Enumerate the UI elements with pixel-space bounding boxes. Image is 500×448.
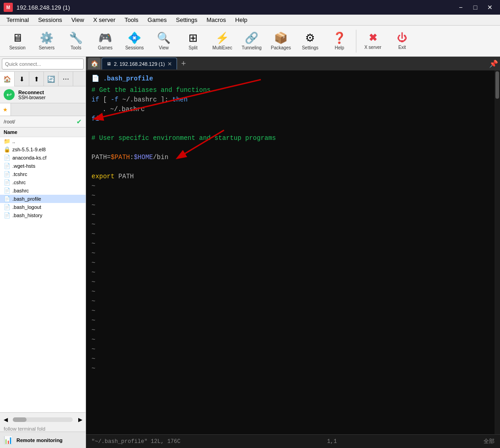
terminal-text-area[interactable]: 📄 .bash_profile # Get the aliases and fu…	[86, 70, 500, 434]
list-item-selected[interactable]: 📄 .bash_profile	[0, 195, 86, 203]
menu-xserver[interactable]: X server	[89, 16, 120, 24]
minimize-button[interactable]: −	[454, 2, 467, 12]
file-list-header: Name	[0, 128, 86, 137]
menu-sessions[interactable]: Sessions	[33, 16, 67, 24]
menu-bar: Terminal Sessions View X server Tools Ga…	[0, 15, 500, 26]
close-button[interactable]: ✕	[484, 2, 496, 12]
terminal-tilde-17: ~	[91, 335, 495, 345]
list-item[interactable]: 📄 anaconda-ks.cf	[0, 154, 86, 162]
list-item[interactable]: 📄 .tcshrc	[0, 170, 86, 178]
terminal-line-path: PATH=$PATH:$HOME/bin	[91, 153, 495, 162]
list-item[interactable]: 📄 .bash_logout	[0, 203, 86, 211]
scroll-track	[13, 417, 73, 422]
list-item[interactable]: 📄 .cshrc	[0, 178, 86, 187]
status-file-info: "~/.bash_profile" 12L, 176C	[91, 438, 180, 445]
packages-label: Packages	[271, 45, 291, 50]
tab-close-btn[interactable]: ✕	[167, 61, 172, 67]
terminal-scrollbar[interactable]	[495, 70, 500, 434]
toolbar-multiexec[interactable]: ⚡ MultiExec	[209, 28, 236, 54]
toolbar-tunneling[interactable]: 🔗 Tunneling	[238, 28, 265, 54]
reconnect-label: Reconnect	[18, 90, 45, 95]
terminal-tilde-15: ~	[91, 316, 495, 325]
sidebar-tab-more[interactable]: ⋯	[59, 72, 73, 86]
toolbar-tools[interactable]: 🔧 Tools	[62, 28, 90, 54]
file-icon: 📄	[4, 204, 11, 210]
file-icon: 📄	[4, 196, 11, 202]
menu-help[interactable]: Help	[231, 16, 252, 24]
tab-home-btn[interactable]: 🏠	[88, 58, 101, 69]
menu-macros[interactable]: Macros	[202, 16, 231, 24]
reconnect-area[interactable]: ↩ Reconnect SSH-browser	[0, 86, 86, 103]
multiexec-icon: ⚡	[215, 32, 229, 44]
quick-connect-area	[0, 57, 86, 72]
file-list: Name 📁 .. 🔒 zsh-5.5.1-9.el8 📄 anaconda-k…	[0, 128, 86, 412]
terminal-status-bar: "~/.bash_profile" 12L, 176C 1,1 全部	[86, 434, 500, 448]
toolbar-exit[interactable]: ⏻ Exit	[388, 28, 416, 54]
bracket-close: ];	[161, 96, 172, 103]
home-var: $HOME	[134, 154, 153, 161]
status-mode: 全部	[484, 437, 495, 445]
rpm-icon: 🔒	[4, 146, 11, 153]
toolbar-split[interactable]: ⊞ Split	[179, 28, 207, 54]
monitor-icon: 📊	[4, 436, 13, 444]
sidebar-tab-star[interactable]: ★	[0, 103, 11, 116]
sidebar-path-bar: /root/ ✔	[0, 116, 86, 128]
file-item-name: .bashrc	[12, 188, 82, 193]
terminal-tilde-4: ~	[91, 210, 495, 220]
reconnect-labels: Reconnect SSH-browser	[18, 90, 45, 100]
bin-path: /bin	[153, 154, 168, 161]
terminal-line-empty	[91, 124, 495, 133]
reconnect-icon: ↩	[4, 89, 15, 100]
monitor-label: Remote monitoring	[16, 437, 63, 443]
file-item-name: .tcshrc	[12, 171, 82, 177]
menu-games[interactable]: Games	[143, 16, 172, 24]
scroll-right-btn[interactable]: ▶	[75, 414, 86, 425]
sidebar-tab-up[interactable]: ⬆	[29, 72, 44, 86]
view-icon: 🔍	[157, 32, 171, 44]
remote-monitoring-btn[interactable]: 📊 Remote monitoring	[0, 432, 86, 448]
file-item-name: ..	[12, 139, 82, 144]
toolbar-settings[interactable]: ⚙ Settings	[296, 28, 324, 54]
list-item[interactable]: 🔒 zsh-5.5.1-9.el8	[0, 145, 86, 154]
toolbar-servers[interactable]: ⚙️ Servers	[33, 28, 60, 54]
path-var-name: PATH=	[91, 154, 111, 161]
keyword-fi: fi	[91, 115, 99, 123]
menu-terminal[interactable]: Terminal	[2, 16, 33, 24]
add-tab-btn[interactable]: +	[178, 58, 189, 69]
maximize-button[interactable]: □	[469, 2, 482, 12]
terminal-line-fi: fi	[91, 114, 495, 124]
menu-tools[interactable]: Tools	[120, 16, 143, 24]
file-item-name: .wget-hsts	[12, 163, 82, 169]
toolbar-packages[interactable]: 📦 Packages	[267, 28, 295, 54]
file-icon: 📄	[4, 163, 11, 169]
toolbar-view[interactable]: 🔍 View	[150, 28, 177, 54]
sessions2-label: Sessions	[125, 45, 144, 50]
list-item[interactable]: 📄 .bash_history	[0, 211, 86, 219]
list-item[interactable]: 📄 .bashrc	[0, 187, 86, 195]
toolbar-sessions2[interactable]: 💠 Sessions	[121, 28, 148, 54]
sidebar-tab-home[interactable]: 🏠	[0, 72, 15, 86]
list-item[interactable]: 📁 ..	[0, 137, 86, 145]
toolbar-help[interactable]: ❓ Help	[326, 28, 353, 54]
quick-connect-input[interactable]	[2, 59, 84, 69]
sessions2-icon: 💠	[128, 32, 141, 44]
sidebar-tab-down[interactable]: ⬇	[15, 72, 29, 86]
file-item-name: .bash_history	[12, 213, 82, 218]
toolbar-xserver[interactable]: ✖ X server	[359, 28, 387, 54]
scroll-left-btn[interactable]: ◀	[0, 414, 11, 425]
toolbar-games[interactable]: 🎮 Games	[91, 28, 119, 54]
tab-main[interactable]: 🖥 2. 192.168.248.129 (1) ✕	[102, 58, 177, 69]
sidebar-tab-refresh[interactable]: 🔄	[44, 72, 59, 86]
sidebar-file-tabs: ★	[0, 103, 86, 116]
settings-icon: ⚙	[305, 32, 315, 44]
toolbar-session[interactable]: 🖥 Session	[4, 28, 31, 54]
menu-view[interactable]: View	[67, 16, 89, 24]
menu-settings[interactable]: Settings	[172, 16, 202, 24]
source-dot: . ~/.bashrc	[102, 106, 145, 113]
file-icon: 📄	[4, 179, 11, 186]
follow-terminal-text: follow terminal fold	[0, 426, 86, 432]
xserver-label: X server	[364, 45, 381, 50]
terminal-tilde-1: ~	[91, 181, 495, 191]
list-item[interactable]: 📄 .wget-hsts	[0, 162, 86, 170]
keyword-then: then	[172, 96, 188, 103]
